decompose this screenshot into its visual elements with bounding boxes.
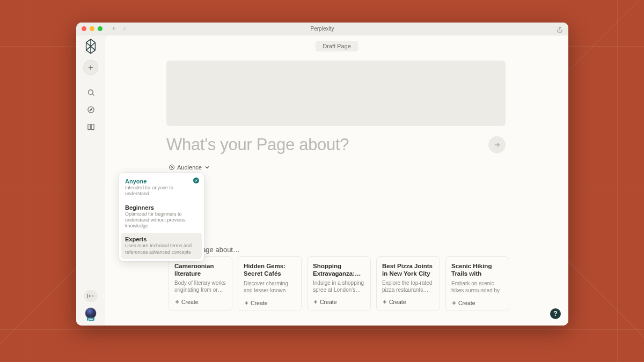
audience-option-title: Beginners	[125, 204, 198, 211]
svg-point-3	[88, 90, 93, 94]
create-button[interactable]: Create	[313, 299, 365, 305]
audience-icon	[169, 164, 175, 171]
card-desc: Discover charming and lesser-known coffe…	[244, 280, 296, 294]
card-title: Hidden Gems: Secret Cafés and…	[244, 262, 296, 278]
card-title: Cameroonian literature	[174, 262, 226, 278]
svg-point-12	[171, 167, 173, 168]
plus-icon	[244, 300, 249, 306]
page-prompt-input[interactable]: What's your Page about?	[166, 135, 488, 154]
audience-option-experts[interactable]: Experts Uses more technical terms and re…	[121, 233, 202, 259]
help-button[interactable]: ?	[550, 308, 561, 319]
audience-trigger[interactable]: Audience	[169, 164, 210, 171]
hero-image-placeholder[interactable]	[166, 61, 506, 126]
audience-option-title: Anyone	[125, 178, 198, 184]
card-desc: Body of literary works originating from …	[174, 279, 226, 293]
chevron-down-icon	[204, 164, 210, 171]
svg-line-4	[92, 94, 94, 95]
zoom-window-icon[interactable]	[98, 26, 103, 31]
card-desc: Embark on scenic hikes surrounded by stu…	[451, 280, 503, 294]
window-title: Perplexity	[76, 26, 568, 32]
audience-dropdown: Anyone Intended for anyone to understand…	[119, 173, 204, 261]
audience-option-title: Experts	[125, 236, 198, 242]
avatar[interactable]: pro	[85, 307, 97, 319]
pro-badge: pro	[87, 317, 94, 321]
plus-icon	[313, 299, 318, 305]
perplexity-logo[interactable]	[84, 39, 97, 55]
svg-marker-6	[90, 108, 92, 111]
submit-button[interactable]	[488, 136, 506, 153]
expand-sidebar-button[interactable]	[84, 290, 98, 302]
audience-option-desc: Optimized for beginners to understand wi…	[125, 211, 198, 230]
suggestion-card[interactable]: Cameroonian literature Body of literary …	[169, 256, 232, 311]
main-content: Draft Page What's your Page about? Audie…	[105, 35, 568, 326]
suggestion-card[interactable]: Hidden Gems: Secret Cafés and… Discover …	[238, 256, 302, 311]
minimize-window-icon[interactable]	[90, 26, 94, 31]
plus-icon	[174, 299, 180, 305]
back-icon[interactable]	[111, 25, 116, 33]
check-icon	[193, 178, 199, 183]
draft-chip[interactable]: Draft Page	[315, 41, 358, 51]
svg-rect-8	[91, 124, 94, 129]
discover-icon[interactable]	[83, 102, 98, 117]
new-button[interactable]	[83, 60, 98, 75]
card-desc: Indulge in a shopping spree at London's…	[313, 279, 365, 293]
titlebar: Perplexity	[76, 23, 568, 35]
suggestion-card[interactable]: Scenic Hiking Trails with Breathtaking… …	[445, 256, 509, 311]
app-window: Perplexity	[76, 23, 568, 326]
create-button[interactable]: Create	[382, 299, 434, 305]
create-button[interactable]: Create	[244, 300, 296, 306]
audience-option-beginners[interactable]: Beginners Optimized for beginners to und…	[121, 201, 202, 233]
suggestion-cards: Cameroonian literature Body of literary …	[169, 256, 509, 311]
card-title: Scenic Hiking Trails with Breathtaking…	[451, 262, 503, 278]
search-icon[interactable]	[83, 85, 98, 100]
close-window-icon[interactable]	[82, 26, 86, 31]
plus-icon	[382, 299, 387, 305]
forward-icon[interactable]	[122, 25, 127, 33]
card-title: Shopping Extravaganza:…	[313, 262, 365, 278]
card-desc: Explore the top-rated pizza restaurants…	[382, 279, 434, 293]
svg-point-13	[170, 165, 174, 170]
share-icon[interactable]	[557, 25, 563, 35]
audience-option-desc: Intended for anyone to understand	[125, 185, 198, 197]
svg-rect-7	[87, 124, 90, 129]
create-button[interactable]: Create	[174, 299, 226, 305]
suggestion-card[interactable]: Best Pizza Joints in New York City Explo…	[376, 256, 440, 311]
audience-label: Audience	[177, 164, 202, 171]
audience-option-desc: Uses more technical terms and references…	[125, 243, 198, 255]
svg-point-5	[87, 106, 93, 112]
library-icon[interactable]	[83, 119, 98, 134]
suggestion-card[interactable]: Shopping Extravaganza:… Indulge in a sho…	[307, 256, 371, 311]
card-title: Best Pizza Joints in New York City	[382, 262, 434, 278]
plus-icon	[451, 300, 457, 306]
window-controls[interactable]	[76, 26, 103, 31]
sidebar: pro	[76, 35, 105, 326]
create-button[interactable]: Create	[451, 300, 503, 306]
audience-option-anyone[interactable]: Anyone Intended for anyone to understand	[121, 175, 202, 201]
